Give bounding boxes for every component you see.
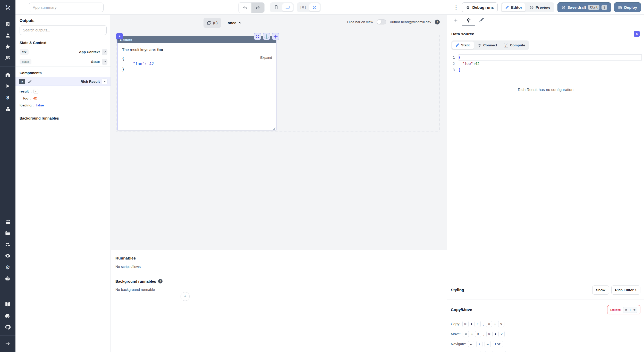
- windmill-logo-icon: [4, 4, 11, 11]
- deploy-icon: [618, 5, 622, 10]
- connect-mode-button[interactable]: Connect: [474, 41, 500, 49]
- recompute-button[interactable]: (0): [204, 18, 221, 28]
- schedules-calendar-icon[interactable]: [0, 216, 15, 228]
- author-info-icon[interactable]: i: [435, 20, 440, 24]
- connect-mode-label: Connect: [483, 43, 497, 47]
- anchor-component-button[interactable]: ⚓: [263, 33, 270, 40]
- rename-pencil-icon[interactable]: [28, 80, 32, 83]
- code-line-3[interactable]: 3 }: [450, 67, 642, 73]
- json-result-view: { "foo": 42 }: [122, 56, 272, 72]
- cmd-key: ⌘: [463, 331, 469, 337]
- background-info-icon[interactable]: i: [158, 279, 163, 283]
- rich-editor-button[interactable]: Rich Editor ›: [611, 286, 640, 295]
- loading-tree-row: loading : false: [20, 102, 106, 109]
- component-settings-tab[interactable]: [462, 15, 475, 26]
- desktop-view-button[interactable]: [282, 3, 293, 12]
- foo-key: foo: [23, 96, 28, 100]
- deploy-button[interactable]: Deploy: [614, 2, 641, 12]
- component-settings-icon: [466, 18, 471, 23]
- save-kbd-ctrl: Ctrl: [588, 5, 599, 10]
- no-configuration-text: Rich Result has no configuration: [447, 87, 644, 92]
- home-icon[interactable]: [0, 69, 15, 80]
- user-icon[interactable]: [0, 30, 15, 41]
- fullscreen-button[interactable]: [309, 3, 320, 12]
- click-key: click: [492, 351, 506, 352]
- loading-value: false: [36, 103, 44, 107]
- runs-play-icon[interactable]: [0, 80, 15, 92]
- workspace-icon[interactable]: [0, 18, 15, 30]
- app-summary-input[interactable]: [29, 3, 104, 12]
- styling-title: Styling: [451, 288, 464, 292]
- preview-tab-label: Preview: [536, 5, 550, 10]
- state-type-label: State: [91, 60, 100, 64]
- editor-tab[interactable]: Editor: [502, 3, 526, 12]
- workers-icon[interactable]: [0, 239, 15, 250]
- save-draft-button[interactable]: Save draft Ctrl S: [557, 2, 611, 12]
- delete-component-button[interactable]: Delete ⌘ + ⌫: [607, 305, 640, 314]
- groups-icon[interactable]: [0, 52, 15, 64]
- hide-bar-label: Hide bar on view: [347, 20, 373, 24]
- static-mode-button[interactable]: Static: [452, 41, 474, 49]
- state-expand-button[interactable]: [102, 59, 107, 65]
- code-line-2[interactable]: 2 "foo": 42: [450, 61, 642, 67]
- expand-component-button[interactable]: [254, 33, 261, 40]
- github-icon[interactable]: [0, 321, 15, 333]
- ctx-type-label: App Context: [79, 50, 100, 54]
- maximize-icon: [256, 35, 259, 38]
- resize-handle[interactable]: [273, 127, 276, 130]
- component-header[interactable]: Results: [117, 36, 276, 43]
- spacing-button[interactable]: |0|: [298, 3, 309, 12]
- app-canvas[interactable]: (0) once Hide bar on view Author henri@w…: [111, 15, 447, 352]
- ctx-expand-button[interactable]: [102, 49, 107, 55]
- resources-icon[interactable]: [0, 103, 15, 114]
- preview-tab[interactable]: Preview: [526, 3, 554, 12]
- docs-book-icon[interactable]: [0, 299, 15, 310]
- code-line-1[interactable]: 1 {: [450, 54, 642, 61]
- frequency-select[interactable]: once: [228, 21, 242, 25]
- folders-icon[interactable]: [0, 228, 15, 239]
- result-keys-line: The result keys are: foo: [122, 47, 272, 52]
- settings-gear-icon[interactable]: ⚙: [0, 262, 15, 273]
- collapse-result-button[interactable]: -: [33, 89, 38, 94]
- toggle-knob: [377, 20, 381, 24]
- ctx-row[interactable]: ctx App Context: [15, 47, 111, 57]
- state-row[interactable]: state State: [15, 57, 111, 67]
- redo-button[interactable]: [251, 3, 264, 13]
- variables-dollar-icon[interactable]: $: [0, 92, 15, 103]
- show-styling-button[interactable]: Show: [592, 286, 609, 295]
- json-code-editor[interactable]: 1 { 2 "foo": 42 3 }: [450, 54, 642, 73]
- hide-bar-toggle[interactable]: [377, 19, 386, 24]
- bug-icon: [466, 5, 470, 10]
- data-source-mode-toggle: Static Connect ƒ Compute: [451, 40, 529, 50]
- cmd-key: ⌘: [486, 331, 493, 337]
- ai-robot-icon[interactable]: [0, 273, 15, 284]
- discord-icon[interactable]: [0, 310, 15, 321]
- move-component-button[interactable]: [272, 33, 279, 40]
- debug-runs-button[interactable]: Debug runs: [462, 2, 497, 12]
- add-selection-shortcut-row: Add to selection: ⇧ + click: [447, 351, 644, 352]
- component-a-row[interactable]: a Rich Result: [15, 77, 111, 86]
- undo-button[interactable]: [239, 3, 251, 13]
- rail-divider: [0, 66, 15, 66]
- compute-mode-button[interactable]: ƒ Compute: [501, 41, 528, 49]
- more-menu-button[interactable]: ⋮: [453, 4, 459, 10]
- insert-component-tab[interactable]: [449, 15, 462, 26]
- pencil-icon: [455, 43, 459, 47]
- audit-eye-icon[interactable]: [0, 250, 15, 262]
- add-background-runnable-button[interactable]: +: [181, 292, 190, 301]
- runnables-title: Runnables: [115, 256, 189, 261]
- shift-key: ⇧: [480, 351, 486, 352]
- styling-tab[interactable]: [475, 15, 488, 26]
- rich-result-component[interactable]: a ⚓ Results The result keys are: foo Exp…: [117, 36, 276, 130]
- windmill-logo[interactable]: [0, 0, 15, 15]
- foo-tree-row: foo : 42: [20, 95, 106, 102]
- json-close-brace: }: [122, 67, 272, 72]
- search-outputs-input[interactable]: [20, 25, 107, 35]
- favorites-star-icon[interactable]: [0, 41, 15, 52]
- component-badge[interactable]: a: [116, 33, 123, 39]
- expand-sidebar-arrow-icon[interactable]: [0, 338, 15, 349]
- mobile-view-button[interactable]: [271, 3, 282, 12]
- expand-json-link[interactable]: Expand: [260, 56, 272, 60]
- component-grid[interactable]: a ⚓ Results The result keys are: foo Exp…: [116, 35, 439, 131]
- component-collapse-button[interactable]: [102, 79, 107, 84]
